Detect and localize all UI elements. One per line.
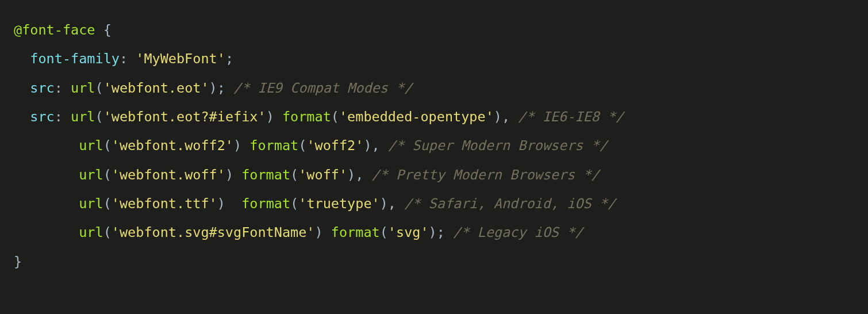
- code-token: (: [95, 109, 103, 125]
- code-token: url: [71, 80, 95, 96]
- code-token: src: [30, 109, 54, 125]
- code-line: url('webfont.woff2') format('woff2'), /*…: [14, 137, 608, 154]
- code-token: /* Legacy iOS */: [453, 224, 583, 240]
- code-token: /* IE9 Compat Modes */: [233, 80, 412, 96]
- code-line: }: [14, 254, 22, 270]
- code-token: (: [103, 224, 112, 240]
- css-code-block: @font-face { font-family: 'MyWebFont'; s…: [0, 0, 868, 293]
- indent: [14, 51, 30, 67]
- code-token: ),: [347, 167, 371, 183]
- code-token: 'woff': [298, 167, 347, 183]
- code-token: (: [380, 224, 388, 240]
- code-token: (: [331, 109, 339, 125]
- code-token: {: [95, 22, 111, 38]
- code-token: 'woff2': [306, 137, 363, 154]
- code-token: 'embedded-opentype': [339, 109, 494, 125]
- code-token: url: [79, 196, 103, 212]
- code-token: );: [429, 224, 453, 240]
- code-token: format: [282, 109, 331, 125]
- code-token: (: [290, 167, 298, 183]
- code-token: }: [14, 254, 22, 270]
- code-token: url: [71, 109, 95, 125]
- code-token: (: [290, 196, 298, 212]
- code-token: 'webfont.ttf': [112, 196, 217, 212]
- code-token: format: [241, 167, 290, 183]
- code-token: format: [249, 137, 298, 154]
- code-token: ;: [225, 51, 233, 67]
- code-token: url: [79, 137, 103, 154]
- code-line: src: url('webfont.eot'); /* IE9 Compat M…: [14, 80, 412, 96]
- code-token: font-family: [30, 51, 120, 67]
- code-token: 'truetype': [298, 196, 379, 212]
- code-token: ),: [494, 109, 518, 125]
- code-token: 'webfont.woff2': [112, 137, 233, 154]
- code-token: (: [103, 196, 112, 212]
- indent: [14, 109, 30, 125]
- code-line: src: url('webfont.eot?#iefix') format('e…: [14, 109, 624, 125]
- code-token: /* Super Modern Browsers */: [388, 137, 608, 154]
- code-line: @font-face {: [14, 22, 112, 38]
- code-token: /* Pretty Modern Browsers */: [372, 167, 600, 183]
- code-token: src: [30, 80, 54, 96]
- code-token: (: [95, 80, 103, 96]
- code-token: ),: [380, 196, 404, 212]
- indent: [14, 196, 79, 212]
- code-token: ): [225, 167, 241, 183]
- indent: [14, 80, 30, 96]
- code-token: 'webfont.woff': [112, 167, 225, 183]
- code-line: url('webfont.ttf') format('truetype'), /…: [14, 196, 616, 212]
- indent: [14, 224, 79, 240]
- code-token: ),: [363, 137, 387, 154]
- code-token: ): [217, 196, 241, 212]
- code-token: 'MyWebFont': [136, 51, 225, 67]
- code-token: 'svg': [388, 224, 429, 240]
- code-token: );: [209, 80, 233, 96]
- indent: [14, 167, 79, 183]
- code-token: format: [331, 224, 380, 240]
- code-token: 'webfont.eot': [103, 80, 209, 96]
- code-token: (: [103, 137, 112, 154]
- code-token: /* Safari, Android, iOS */: [404, 196, 616, 212]
- code-token: :: [55, 109, 71, 125]
- code-token: @font-face: [14, 22, 95, 38]
- code-token: :: [55, 80, 71, 96]
- code-token: url: [79, 224, 103, 240]
- code-line: url('webfont.woff') format('woff'), /* P…: [14, 167, 600, 183]
- code-line: font-family: 'MyWebFont';: [14, 51, 233, 67]
- code-token: :: [120, 51, 136, 67]
- code-token: (: [298, 137, 306, 154]
- code-token: (: [103, 167, 112, 183]
- code-token: ): [315, 224, 331, 240]
- code-token: /* IE6-IE8 */: [518, 109, 624, 125]
- code-token: ): [266, 109, 282, 125]
- code-token: 'webfont.svg#svgFontName': [112, 224, 315, 240]
- indent: [14, 137, 79, 154]
- code-line: url('webfont.svg#svgFontName') format('s…: [14, 224, 583, 240]
- css-code: @font-face { font-family: 'MyWebFont'; s…: [14, 22, 624, 270]
- code-token: format: [241, 196, 290, 212]
- code-token: ): [233, 137, 249, 154]
- code-token: url: [79, 167, 103, 183]
- code-token: 'webfont.eot?#iefix': [103, 109, 266, 125]
